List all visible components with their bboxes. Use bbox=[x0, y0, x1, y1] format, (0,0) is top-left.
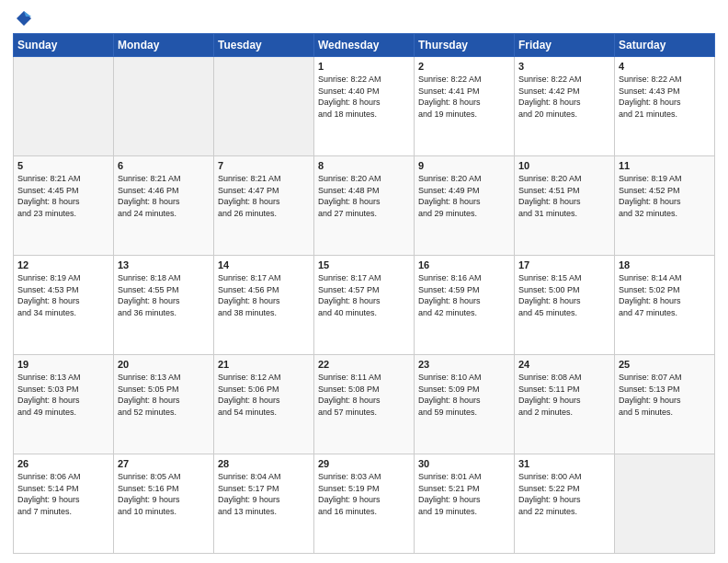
day-number: 10 bbox=[518, 160, 610, 171]
day-info: Sunrise: 8:19 AM Sunset: 4:52 PM Dayligh… bbox=[619, 173, 711, 219]
calendar-week-row: 1Sunrise: 8:22 AM Sunset: 4:40 PM Daylig… bbox=[14, 57, 715, 156]
day-number: 17 bbox=[518, 259, 610, 270]
day-info: Sunrise: 8:21 AM Sunset: 4:45 PM Dayligh… bbox=[17, 173, 109, 219]
day-number: 15 bbox=[318, 259, 410, 270]
day-number: 27 bbox=[118, 458, 210, 469]
calendar-cell: 8Sunrise: 8:20 AM Sunset: 4:48 PM Daylig… bbox=[314, 156, 415, 256]
calendar-cell: 12Sunrise: 8:19 AM Sunset: 4:53 PM Dayli… bbox=[14, 256, 114, 355]
calendar-cell: 19Sunrise: 8:13 AM Sunset: 5:03 PM Dayli… bbox=[14, 355, 114, 454]
weekday-header-row: SundayMondayTuesdayWednesdayThursdayFrid… bbox=[14, 34, 715, 57]
day-number: 5 bbox=[17, 160, 109, 171]
calendar-cell bbox=[615, 454, 715, 554]
calendar-cell: 3Sunrise: 8:22 AM Sunset: 4:42 PM Daylig… bbox=[515, 57, 615, 156]
weekday-header-saturday: Saturday bbox=[615, 34, 715, 57]
calendar-cell: 22Sunrise: 8:11 AM Sunset: 5:08 PM Dayli… bbox=[314, 355, 415, 454]
day-info: Sunrise: 8:13 AM Sunset: 5:03 PM Dayligh… bbox=[17, 372, 109, 418]
day-info: Sunrise: 8:20 AM Sunset: 4:48 PM Dayligh… bbox=[318, 173, 410, 219]
calendar-cell: 5Sunrise: 8:21 AM Sunset: 4:45 PM Daylig… bbox=[14, 156, 114, 256]
calendar-week-row: 19Sunrise: 8:13 AM Sunset: 5:03 PM Dayli… bbox=[14, 355, 715, 454]
day-number: 14 bbox=[218, 259, 310, 270]
day-number: 31 bbox=[518, 458, 610, 469]
day-info: Sunrise: 8:08 AM Sunset: 5:11 PM Dayligh… bbox=[518, 372, 610, 418]
day-number: 6 bbox=[118, 160, 210, 171]
day-number: 30 bbox=[418, 458, 510, 469]
calendar-cell: 18Sunrise: 8:14 AM Sunset: 5:02 PM Dayli… bbox=[615, 256, 715, 355]
day-info: Sunrise: 8:10 AM Sunset: 5:09 PM Dayligh… bbox=[418, 372, 510, 418]
day-number: 18 bbox=[619, 259, 711, 270]
day-info: Sunrise: 8:21 AM Sunset: 4:46 PM Dayligh… bbox=[118, 173, 210, 219]
day-number: 19 bbox=[17, 359, 109, 370]
calendar-cell: 24Sunrise: 8:08 AM Sunset: 5:11 PM Dayli… bbox=[515, 355, 615, 454]
day-number: 3 bbox=[518, 61, 610, 72]
day-info: Sunrise: 8:11 AM Sunset: 5:08 PM Dayligh… bbox=[318, 372, 410, 418]
day-info: Sunrise: 8:22 AM Sunset: 4:43 PM Dayligh… bbox=[619, 74, 711, 120]
logo bbox=[13, 9, 33, 28]
calendar-cell: 9Sunrise: 8:20 AM Sunset: 4:49 PM Daylig… bbox=[415, 156, 515, 256]
day-number: 24 bbox=[518, 359, 610, 370]
calendar-cell: 20Sunrise: 8:13 AM Sunset: 5:05 PM Dayli… bbox=[114, 355, 214, 454]
logo-text bbox=[13, 9, 33, 28]
day-info: Sunrise: 8:06 AM Sunset: 5:14 PM Dayligh… bbox=[17, 471, 109, 517]
day-number: 7 bbox=[218, 160, 310, 171]
day-info: Sunrise: 8:16 AM Sunset: 4:59 PM Dayligh… bbox=[418, 272, 510, 318]
calendar-cell: 23Sunrise: 8:10 AM Sunset: 5:09 PM Dayli… bbox=[415, 355, 515, 454]
day-number: 20 bbox=[118, 359, 210, 370]
calendar-cell: 15Sunrise: 8:17 AM Sunset: 4:57 PM Dayli… bbox=[314, 256, 415, 355]
day-info: Sunrise: 8:03 AM Sunset: 5:19 PM Dayligh… bbox=[318, 471, 410, 517]
calendar-week-row: 12Sunrise: 8:19 AM Sunset: 4:53 PM Dayli… bbox=[14, 256, 715, 355]
page: SundayMondayTuesdayWednesdayThursdayFrid… bbox=[0, 0, 728, 563]
day-info: Sunrise: 8:07 AM Sunset: 5:13 PM Dayligh… bbox=[619, 372, 711, 418]
calendar-cell: 31Sunrise: 8:00 AM Sunset: 5:22 PM Dayli… bbox=[515, 454, 615, 554]
weekday-header-monday: Monday bbox=[114, 34, 214, 57]
calendar-cell: 26Sunrise: 8:06 AM Sunset: 5:14 PM Dayli… bbox=[14, 454, 114, 554]
calendar-cell: 14Sunrise: 8:17 AM Sunset: 4:56 PM Dayli… bbox=[214, 256, 314, 355]
day-number: 26 bbox=[17, 458, 109, 469]
logo-icon bbox=[15, 9, 33, 28]
day-number: 29 bbox=[318, 458, 410, 469]
day-number: 11 bbox=[619, 160, 711, 171]
day-info: Sunrise: 8:20 AM Sunset: 4:51 PM Dayligh… bbox=[518, 173, 610, 219]
day-number: 22 bbox=[318, 359, 410, 370]
calendar-cell: 13Sunrise: 8:18 AM Sunset: 4:55 PM Dayli… bbox=[114, 256, 214, 355]
calendar-cell: 2Sunrise: 8:22 AM Sunset: 4:41 PM Daylig… bbox=[415, 57, 515, 156]
day-info: Sunrise: 8:22 AM Sunset: 4:40 PM Dayligh… bbox=[318, 74, 410, 120]
calendar-cell bbox=[114, 57, 214, 156]
calendar: SundayMondayTuesdayWednesdayThursdayFrid… bbox=[13, 33, 715, 554]
day-number: 9 bbox=[418, 160, 510, 171]
weekday-header-sunday: Sunday bbox=[14, 34, 114, 57]
calendar-cell: 17Sunrise: 8:15 AM Sunset: 5:00 PM Dayli… bbox=[515, 256, 615, 355]
day-info: Sunrise: 8:17 AM Sunset: 4:57 PM Dayligh… bbox=[318, 272, 410, 318]
calendar-cell: 6Sunrise: 8:21 AM Sunset: 4:46 PM Daylig… bbox=[114, 156, 214, 256]
weekday-header-wednesday: Wednesday bbox=[314, 34, 415, 57]
day-info: Sunrise: 8:14 AM Sunset: 5:02 PM Dayligh… bbox=[619, 272, 711, 318]
calendar-cell: 29Sunrise: 8:03 AM Sunset: 5:19 PM Dayli… bbox=[314, 454, 415, 554]
day-info: Sunrise: 8:17 AM Sunset: 4:56 PM Dayligh… bbox=[218, 272, 310, 318]
day-info: Sunrise: 8:21 AM Sunset: 4:47 PM Dayligh… bbox=[218, 173, 310, 219]
day-number: 23 bbox=[418, 359, 510, 370]
day-info: Sunrise: 8:13 AM Sunset: 5:05 PM Dayligh… bbox=[118, 372, 210, 418]
day-info: Sunrise: 8:00 AM Sunset: 5:22 PM Dayligh… bbox=[518, 471, 610, 517]
weekday-header-thursday: Thursday bbox=[415, 34, 515, 57]
day-info: Sunrise: 8:12 AM Sunset: 5:06 PM Dayligh… bbox=[218, 372, 310, 418]
calendar-week-row: 5Sunrise: 8:21 AM Sunset: 4:45 PM Daylig… bbox=[14, 156, 715, 256]
calendar-cell: 4Sunrise: 8:22 AM Sunset: 4:43 PM Daylig… bbox=[615, 57, 715, 156]
day-number: 16 bbox=[418, 259, 510, 270]
day-info: Sunrise: 8:19 AM Sunset: 4:53 PM Dayligh… bbox=[17, 272, 109, 318]
calendar-cell: 7Sunrise: 8:21 AM Sunset: 4:47 PM Daylig… bbox=[214, 156, 314, 256]
calendar-cell: 27Sunrise: 8:05 AM Sunset: 5:16 PM Dayli… bbox=[114, 454, 214, 554]
calendar-cell: 30Sunrise: 8:01 AM Sunset: 5:21 PM Dayli… bbox=[415, 454, 515, 554]
calendar-cell: 10Sunrise: 8:20 AM Sunset: 4:51 PM Dayli… bbox=[515, 156, 615, 256]
day-info: Sunrise: 8:15 AM Sunset: 5:00 PM Dayligh… bbox=[518, 272, 610, 318]
day-number: 21 bbox=[218, 359, 310, 370]
weekday-header-friday: Friday bbox=[515, 34, 615, 57]
calendar-cell bbox=[14, 57, 114, 156]
calendar-cell: 1Sunrise: 8:22 AM Sunset: 4:40 PM Daylig… bbox=[314, 57, 415, 156]
day-number: 12 bbox=[17, 259, 109, 270]
day-info: Sunrise: 8:01 AM Sunset: 5:21 PM Dayligh… bbox=[418, 471, 510, 517]
calendar-week-row: 26Sunrise: 8:06 AM Sunset: 5:14 PM Dayli… bbox=[14, 454, 715, 554]
day-info: Sunrise: 8:18 AM Sunset: 4:55 PM Dayligh… bbox=[118, 272, 210, 318]
day-info: Sunrise: 8:22 AM Sunset: 4:42 PM Dayligh… bbox=[518, 74, 610, 120]
day-info: Sunrise: 8:22 AM Sunset: 4:41 PM Dayligh… bbox=[418, 74, 510, 120]
header bbox=[13, 9, 715, 28]
calendar-cell: 21Sunrise: 8:12 AM Sunset: 5:06 PM Dayli… bbox=[214, 355, 314, 454]
